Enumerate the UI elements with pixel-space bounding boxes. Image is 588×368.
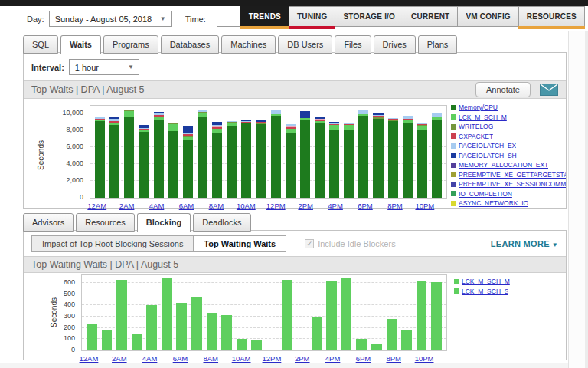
bar[interactable]: [227, 121, 237, 198]
tab-advisors[interactable]: Advisors: [23, 213, 74, 232]
tab-resources[interactable]: RESOURCES: [518, 6, 585, 27]
bar[interactable]: [282, 280, 292, 350]
bar[interactable]: [358, 110, 368, 198]
tab-vm-config[interactable]: VM CONFIG: [457, 6, 518, 27]
tab-trends[interactable]: TRENDS: [240, 6, 289, 27]
bar[interactable]: [212, 122, 222, 198]
x-axis-label-link[interactable]: 10AM: [237, 202, 256, 210]
day-select[interactable]: Sunday - August 05, 2018 ▼: [49, 11, 172, 27]
bar[interactable]: [109, 117, 119, 198]
legend-link[interactable]: LCK_M_SCH_S: [462, 288, 508, 295]
bar[interactable]: [417, 123, 427, 198]
x-axis-label-link[interactable]: 2AM: [112, 354, 127, 363]
bar[interactable]: [221, 315, 232, 350]
learn-more-link[interactable]: LEARN MORE▼: [491, 239, 558, 248]
top-waiting-waits-button[interactable]: Top Waiting Waits: [193, 236, 286, 251]
bar[interactable]: [116, 280, 127, 350]
bar[interactable]: [312, 317, 322, 350]
horizontal-scrollbar[interactable]: [0, 363, 568, 368]
tab-resources-sub[interactable]: Resources: [76, 213, 135, 232]
bar[interactable]: [183, 127, 193, 198]
bar[interactable]: [146, 305, 157, 350]
tab-deadlocks[interactable]: Deadlocks: [193, 213, 250, 232]
bar[interactable]: [315, 117, 325, 198]
tab-waits[interactable]: Waits: [60, 35, 101, 54]
tab-plans[interactable]: Plans: [418, 35, 458, 54]
bar[interactable]: [241, 120, 251, 198]
bar[interactable]: [198, 110, 207, 198]
x-axis-label-link[interactable]: 12AM: [87, 202, 106, 210]
x-axis-label-link[interactable]: 12AM: [80, 354, 99, 363]
bar[interactable]: [124, 110, 134, 198]
idle-blockers-checkbox[interactable]: ✓: [305, 239, 314, 248]
legend-link[interactable]: LCK_M_SCH_M: [459, 113, 507, 121]
bar[interactable]: [373, 113, 383, 198]
legend-link[interactable]: PREEMPTIVE_XE_GETTARGETSTA: [459, 171, 566, 179]
legend-link[interactable]: IO_COMPLETION: [459, 190, 512, 198]
bar[interactable]: [191, 297, 202, 350]
x-axis-label-link[interactable]: 2PM: [295, 354, 310, 363]
annotate-button[interactable]: Annotate: [475, 82, 531, 97]
x-axis-label-link[interactable]: 10PM: [415, 202, 434, 210]
bar[interactable]: [371, 344, 382, 350]
x-axis-label-link[interactable]: 12PM: [266, 202, 286, 210]
bar[interactable]: [139, 125, 149, 198]
bar[interactable]: [176, 303, 187, 350]
x-axis-label-link[interactable]: 6AM: [173, 354, 188, 363]
bar[interactable]: [388, 118, 398, 198]
x-axis-label-link[interactable]: 4AM: [149, 202, 165, 210]
bar[interactable]: [356, 339, 367, 350]
legend-link[interactable]: PAGEIOLATCH_SH: [459, 152, 517, 159]
bar[interactable]: [168, 123, 178, 198]
bar[interactable]: [341, 278, 352, 350]
x-axis-label-link[interactable]: 8AM: [203, 354, 218, 363]
legend-link[interactable]: LCK_M_SCH_M: [462, 278, 510, 285]
tab-tuning[interactable]: TUNING: [289, 6, 336, 27]
x-axis-label-link[interactable]: 4AM: [142, 354, 158, 363]
bar[interactable]: [432, 113, 442, 198]
x-axis-label-link[interactable]: 2PM: [298, 202, 313, 210]
x-axis-label-link[interactable]: 8PM: [387, 202, 403, 210]
bar[interactable]: [162, 278, 172, 350]
interval-select[interactable]: 1 hour ▼: [69, 59, 139, 75]
bar[interactable]: [403, 116, 413, 198]
x-axis-label-link[interactable]: 10PM: [415, 354, 434, 363]
bar[interactable]: [154, 112, 164, 198]
legend-link[interactable]: PREEMPTIVE_XE_SESSIONCOMMIT: [459, 180, 566, 188]
x-axis-label-link[interactable]: 12PM: [263, 354, 282, 363]
bar[interactable]: [87, 324, 97, 350]
x-axis-label-link[interactable]: 10AM: [232, 354, 251, 363]
tab-storage-io[interactable]: STORAGE I/O: [335, 6, 403, 27]
tab-databases[interactable]: Databases: [161, 35, 220, 54]
legend-link[interactable]: Memory/CPU: [459, 104, 498, 111]
bar[interactable]: [237, 339, 247, 350]
legend-link[interactable]: MEMORY_ALLOCATION_EXT: [459, 161, 548, 169]
legend-link[interactable]: ASYNC_NETWORK_IO: [459, 199, 528, 207]
x-axis-label-link[interactable]: 2AM: [119, 202, 135, 210]
bar[interactable]: [271, 110, 281, 198]
tab-current[interactable]: CURRENT: [403, 6, 458, 27]
bar[interactable]: [95, 117, 105, 198]
bar[interactable]: [329, 122, 339, 198]
bar[interactable]: [251, 340, 262, 350]
bar[interactable]: [344, 123, 354, 198]
bar[interactable]: [207, 313, 217, 350]
x-axis-label-link[interactable]: 4PM: [325, 354, 341, 363]
x-axis-label-link[interactable]: 4PM: [328, 202, 343, 210]
x-axis-label-link[interactable]: 6PM: [358, 202, 373, 210]
tab-programs[interactable]: Programs: [103, 35, 158, 54]
legend-link[interactable]: CXPACKET: [459, 133, 493, 140]
bar[interactable]: [431, 282, 442, 350]
bar[interactable]: [256, 120, 266, 198]
tab-files[interactable]: Files: [335, 35, 371, 54]
legend-link[interactable]: PAGEIOLATCH_EX: [459, 142, 516, 150]
legend-link[interactable]: WRITELOG: [459, 123, 493, 130]
bar[interactable]: [102, 330, 113, 350]
impact-root-blockers-button[interactable]: Impact of Top Root Blocking Sessions: [32, 236, 193, 251]
tab-db-users[interactable]: DB Users: [278, 35, 332, 54]
bar[interactable]: [286, 124, 296, 198]
bar[interactable]: [401, 330, 412, 350]
bar[interactable]: [300, 111, 310, 198]
x-axis-label-link[interactable]: 8PM: [386, 354, 401, 363]
tab-machines[interactable]: Machines: [221, 35, 276, 54]
